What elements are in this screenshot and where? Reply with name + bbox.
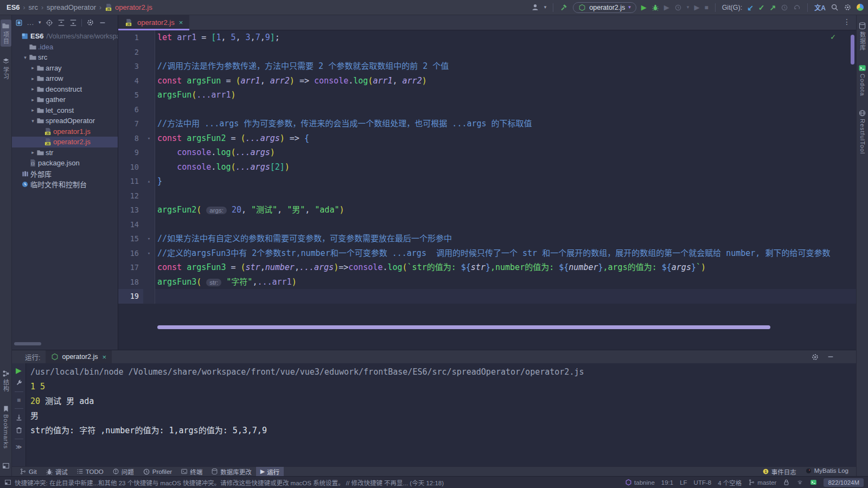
translate-icon[interactable]: 文A	[814, 3, 826, 12]
ellipsis-icon[interactable]: ...	[27, 20, 34, 26]
code-line-row[interactable]: 2	[118, 45, 856, 60]
code-line-row[interactable]: 14	[118, 217, 856, 232]
tree-row[interactable]: ▾spreadOperator	[12, 115, 118, 126]
avatar-icon[interactable]	[531, 3, 539, 11]
tree-row[interactable]: JSoperator2.js	[12, 137, 118, 147]
settings-gear-icon[interactable]	[844, 3, 852, 11]
line-separator-widget[interactable]: LF	[680, 479, 687, 486]
breadcrumb-item[interactable]: src	[29, 3, 38, 11]
hide-minus-icon[interactable]	[99, 19, 106, 27]
code-area[interactable]: ✓ 1let arr1 = [1, 5, 3,7,9];23//调用方法是作为参…	[118, 30, 856, 350]
code-line-row[interactable]: 17const argsFun3 = (str,number,...args)=…	[118, 260, 856, 275]
memory-indicator[interactable]: 822/1024M	[824, 478, 864, 487]
project-view-icon[interactable]	[15, 19, 23, 27]
vcs-update-icon[interactable]: ↙	[747, 4, 754, 11]
tree-row[interactable]: 外部库	[12, 169, 118, 179]
vcs-push-icon[interactable]: ↗	[770, 4, 776, 11]
run-tab-close-icon[interactable]: ×	[103, 353, 107, 361]
caret-position[interactable]: 19:1	[661, 479, 673, 486]
toolwindow-button-学习[interactable]: 学习	[1, 55, 11, 82]
status-message[interactable]: 快捷键冲突: 在此目录中新建...和其他 23 个快捷键与 macOS 快捷键冲…	[15, 478, 444, 487]
coverage-icon[interactable]: ▶	[664, 4, 669, 11]
code-line-row[interactable]: 19	[118, 289, 856, 304]
stop-dim-icon[interactable]: ■	[17, 397, 21, 403]
chevron-right-icon[interactable]: ▸	[29, 107, 36, 113]
debug-bug-icon[interactable]	[652, 4, 659, 11]
chevron-right-icon[interactable]: ▸	[29, 97, 36, 102]
history-clock-icon[interactable]	[781, 4, 788, 11]
run-tab[interactable]: operator2.js ×	[46, 350, 112, 363]
toolwindow-button-运行[interactable]: ▶运行	[256, 467, 284, 476]
tree-row[interactable]: ▸str	[12, 147, 118, 158]
scroll-end-icon[interactable]	[15, 414, 23, 421]
code-line-row[interactable]: 18argsFun3( str: "字符",...arr1)	[118, 275, 856, 290]
build-hammer-icon[interactable]	[560, 3, 568, 11]
toolwindow-button-Bookmarks[interactable]: Bookmarks	[1, 403, 11, 451]
wrench-icon[interactable]	[15, 379, 23, 387]
vcs-commit-icon[interactable]: ✓	[758, 4, 765, 11]
code-line-row[interactable]: 13argsFun2( args: 20, "测试", "男", "ada")	[118, 203, 856, 217]
expand-all-icon[interactable]	[69, 19, 77, 27]
toolwindow-button-Codota[interactable]: Codota	[857, 62, 867, 98]
code-line-row[interactable]: 3//调用方法是作为参数传递，方法中只需要 2 个参数就会取数组中的前 2 个值	[118, 59, 856, 74]
tree-row[interactable]: ▾src	[12, 52, 118, 63]
chevron-right-icon[interactable]: ▸	[29, 150, 36, 155]
codota-widget[interactable]	[810, 479, 817, 486]
separator[interactable]	[81, 19, 82, 27]
caret-down-dim-icon[interactable]: ▾	[687, 5, 690, 10]
play-dim-icon[interactable]: ▶	[694, 4, 699, 11]
inspection-check-icon[interactable]: ✓	[831, 32, 835, 42]
toolwindow-button-MyBatis Log[interactable]: MyBatis Log	[801, 467, 853, 474]
toolwindow-button-问题[interactable]: 问题	[108, 467, 138, 476]
code-line-row[interactable]: 7//方法中用 ...args 作为可变参数，传进来的会当成一个数组处理，也可根…	[118, 117, 856, 131]
breadcrumb-item[interactable]: spreadOperator	[47, 3, 96, 11]
project-scrollbar[interactable]	[14, 342, 41, 345]
chevron-down-icon[interactable]: ▾	[29, 118, 36, 124]
caret-down-icon[interactable]: ▾	[39, 20, 41, 25]
fold-marker[interactable]: ▾	[143, 246, 155, 261]
indent-widget[interactable]: 4 个空格	[718, 478, 742, 487]
chevron-down-icon[interactable]: ▾	[22, 55, 29, 60]
code-line-row[interactable]: 1let arr1 = [1, 5, 3,7,9];	[118, 30, 856, 45]
code-line-row[interactable]: 6	[118, 102, 856, 117]
tabnine-widget[interactable]: tabnine	[625, 479, 655, 486]
chevron-right-icon[interactable]: ▸	[29, 76, 36, 81]
toolwindow-button-RestfulTool[interactable]: RestfulTool	[857, 107, 867, 156]
rollback-icon[interactable]	[793, 4, 801, 11]
collapse-all-icon[interactable]	[58, 19, 65, 27]
caret-down-icon[interactable]: ▾	[544, 5, 547, 10]
trainer-ball-icon[interactable]	[857, 4, 864, 11]
locate-target-icon[interactable]	[46, 19, 53, 27]
tab-options-kebab-icon[interactable]: ⋮	[838, 15, 856, 30]
window-layout-icon[interactable]	[4, 479, 11, 486]
tree-row[interactable]: 临时文件和控制台	[12, 179, 118, 190]
more-icon[interactable]: ≫	[16, 444, 22, 450]
chevron-right-icon[interactable]: ▸	[29, 86, 36, 92]
stop-dim-icon[interactable]: ■	[704, 4, 708, 11]
run-play-icon[interactable]: ▶	[641, 4, 647, 11]
git-branch-widget[interactable]: master	[748, 479, 776, 486]
separator[interactable]	[807, 3, 808, 12]
trash-icon[interactable]	[15, 426, 23, 434]
run-hide-minus-icon[interactable]	[827, 353, 834, 361]
search-icon[interactable]	[831, 3, 839, 11]
lock-widget[interactable]	[783, 479, 790, 486]
editor-tab[interactable]: JS operator2.js ×	[118, 15, 189, 30]
tree-row[interactable]: ▸deconstruct	[12, 84, 118, 95]
profiler-icon[interactable]	[674, 4, 682, 11]
tree-row[interactable]: ▸array	[12, 63, 118, 74]
tree-row[interactable]: ES6/Volumes/share/workspac	[12, 31, 118, 42]
code-line-row[interactable]: 12	[118, 189, 856, 203]
breadcrumb-file[interactable]: JSoperator2.js	[105, 3, 152, 11]
code-line-row[interactable]: 8▾const argsFun2 = (...args) => {	[118, 131, 856, 146]
toolwindow-button-事件日志[interactable]: 1事件日志	[758, 467, 801, 476]
tree-row[interactable]: JSoperator1.js	[12, 126, 118, 137]
fold-marker[interactable]: ▾	[143, 131, 155, 146]
tree-row[interactable]: .idea	[12, 42, 118, 53]
run-config-selector[interactable]: operator2.js▾	[573, 2, 636, 13]
tree-row[interactable]: ▸gather	[12, 94, 118, 105]
code-line-row[interactable]: 5argsFun(...arr1)	[118, 88, 856, 102]
fold-marker[interactable]: ▾	[143, 232, 155, 246]
breadcrumb-item[interactable]: ES6	[7, 3, 20, 11]
toolwindow-button-TODO[interactable]: TODO	[72, 467, 108, 476]
